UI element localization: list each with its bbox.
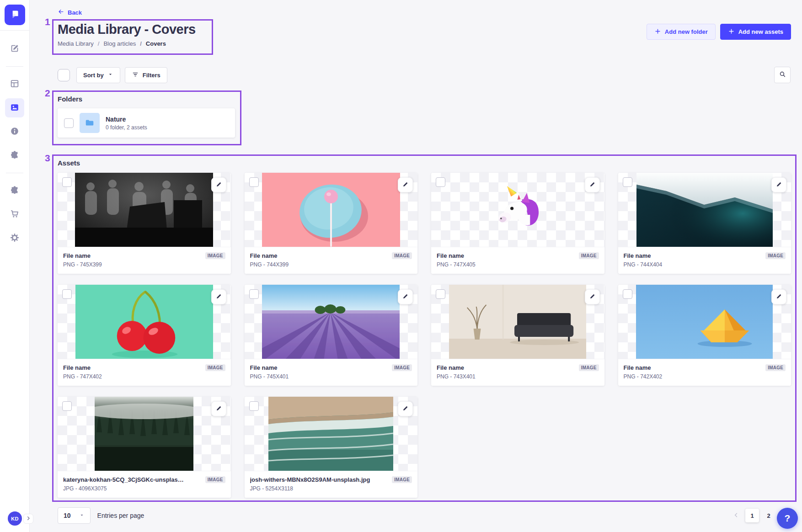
asset-file-name: File name: [250, 252, 289, 259]
asset-file-name: File name: [63, 252, 102, 259]
asset-info: josh-withers-MBNx8O2S9AM-unsplash.jpgJPG…: [245, 471, 418, 498]
page-title: Media Library - Covers: [58, 22, 196, 37]
asset-card[interactable]: File namePNG - 743X401IMAGE: [431, 285, 604, 386]
help-button[interactable]: ?: [777, 508, 798, 529]
edit-asset-button[interactable]: [585, 289, 600, 304]
breadcrumb-media-library[interactable]: Media Library: [58, 40, 94, 47]
sidebar-item-content-type-builder[interactable]: [5, 74, 24, 94]
expand-sidebar-button[interactable]: [23, 514, 33, 524]
asset-checkbox[interactable]: [623, 177, 632, 187]
asset-checkbox[interactable]: [249, 289, 259, 299]
add-new-folder-button[interactable]: Add new folder: [647, 24, 716, 40]
asset-file-name: File name: [250, 364, 289, 371]
logo-wrap: [0, 0, 29, 31]
asset-thumbnail: [58, 173, 231, 247]
asset-card[interactable]: File namePNG - 747X405IMAGE: [431, 173, 604, 274]
asset-thumbnail: [431, 173, 604, 247]
previous-page-button[interactable]: [730, 509, 743, 522]
gear-icon: [10, 233, 20, 244]
filters-button[interactable]: Filters: [125, 67, 167, 83]
asset-checkbox[interactable]: [436, 289, 445, 299]
info-icon: [10, 126, 20, 138]
asset-card[interactable]: kateryna-kokhan-5CQ_3CjSGKc-unsplash.jpg…: [58, 397, 231, 498]
sidebar-item-marketplace[interactable]: [5, 181, 24, 200]
asset-card[interactable]: File namePNG - 745X401IMAGE: [245, 285, 418, 386]
pen-icon: [10, 43, 20, 55]
edit-asset-button[interactable]: [211, 289, 226, 304]
asset-file-name: File name: [624, 252, 663, 259]
folder-meta: 0 folder, 2 assets: [106, 124, 147, 131]
strapi-logo-icon: [9, 8, 21, 21]
asset-card[interactable]: File namePNG - 742X402IMAGE: [618, 285, 791, 386]
asset-checkbox[interactable]: [623, 289, 632, 299]
asset-info: File namePNG - 742X402IMAGE: [618, 359, 791, 386]
sidebar-item-purchase[interactable]: [5, 205, 24, 224]
asset-checkbox[interactable]: [62, 401, 72, 411]
sidebar-item-media-library[interactable]: [5, 98, 24, 117]
edit-asset-button[interactable]: [771, 289, 786, 304]
user-avatar[interactable]: KD: [8, 511, 22, 526]
asset-image: [449, 285, 586, 359]
folder-checkbox[interactable]: [64, 118, 74, 128]
asset-checkbox[interactable]: [62, 177, 72, 187]
asset-card[interactable]: File namePNG - 744X399IMAGE: [245, 173, 418, 274]
edit-asset-button[interactable]: [211, 177, 226, 192]
pencil-icon: [215, 405, 222, 413]
asset-type-badge: IMAGE: [579, 252, 599, 259]
asset-info: File namePNG - 745X399IMAGE: [58, 247, 231, 274]
folder-card[interactable]: Nature0 folder, 2 assets: [58, 108, 235, 138]
asset-file-name: File name: [624, 364, 663, 371]
asset-image: [268, 397, 393, 471]
asset-image: [95, 397, 193, 471]
asset-thumbnail: [431, 285, 604, 359]
pencil-icon: [402, 293, 409, 301]
asset-checkbox[interactable]: [62, 289, 72, 299]
search-button[interactable]: [774, 67, 791, 83]
sidebar-item-content-manager[interactable]: [5, 39, 24, 59]
folder-icon: [80, 113, 100, 133]
edit-asset-button[interactable]: [398, 177, 413, 192]
add-new-assets-button[interactable]: Add new assets: [720, 24, 791, 40]
asset-type-badge: IMAGE: [205, 364, 225, 371]
asset-info: File namePNG - 744X399IMAGE: [245, 247, 418, 274]
asset-image: [636, 285, 773, 359]
asset-dimensions: PNG - 747X402: [63, 373, 102, 380]
folder-name[interactable]: Nature: [106, 116, 147, 123]
sidebar-item-plugins[interactable]: [5, 146, 24, 165]
asset-checkbox[interactable]: [436, 177, 445, 187]
asset-info: File namePNG - 744X404IMAGE: [618, 247, 791, 274]
asset-card[interactable]: File namePNG - 745X399IMAGE: [58, 173, 231, 274]
asset-image: [262, 285, 400, 359]
asset-info: File namePNG - 743X401IMAGE: [431, 359, 604, 386]
page-buttons: 12: [745, 509, 775, 522]
asset-card[interactable]: File namePNG - 744X404IMAGE: [618, 173, 791, 274]
breadcrumb-blog-articles[interactable]: Blog articles: [94, 40, 136, 47]
asset-checkbox[interactable]: [249, 177, 259, 187]
asset-image: [449, 173, 586, 247]
asset-card[interactable]: File namePNG - 747X402IMAGE: [58, 285, 231, 386]
page-button-1[interactable]: 1: [745, 509, 759, 522]
asset-checkbox[interactable]: [249, 401, 259, 411]
entries-per-page-select[interactable]: 10: [58, 507, 91, 524]
page-button-2[interactable]: 2: [762, 509, 775, 522]
asset-card[interactable]: josh-withers-MBNx8O2S9AM-unsplash.jpgJPG…: [245, 397, 418, 498]
asset-type-badge: IMAGE: [392, 364, 412, 371]
select-all-checkbox[interactable]: [58, 69, 70, 81]
sidebar-item-settings[interactable]: [5, 229, 24, 248]
back-link[interactable]: Back: [58, 8, 82, 16]
layout-icon: [10, 79, 20, 90]
asset-dimensions: PNG - 744X399: [250, 261, 289, 268]
edit-asset-button[interactable]: [398, 289, 413, 304]
pencil-icon: [775, 181, 782, 189]
edit-asset-button[interactable]: [398, 401, 413, 416]
chevron-down-icon: [79, 512, 85, 519]
edit-asset-button[interactable]: [771, 177, 786, 192]
edit-asset-button[interactable]: [211, 401, 226, 416]
strapi-logo[interactable]: [5, 5, 25, 25]
asset-type-badge: IMAGE: [765, 364, 786, 371]
plus-icon: [654, 28, 661, 36]
edit-asset-button[interactable]: [585, 177, 600, 192]
asset-type-badge: IMAGE: [205, 252, 225, 259]
sort-by-button[interactable]: Sort by: [76, 67, 120, 83]
sidebar-item-documentation[interactable]: [5, 122, 24, 141]
